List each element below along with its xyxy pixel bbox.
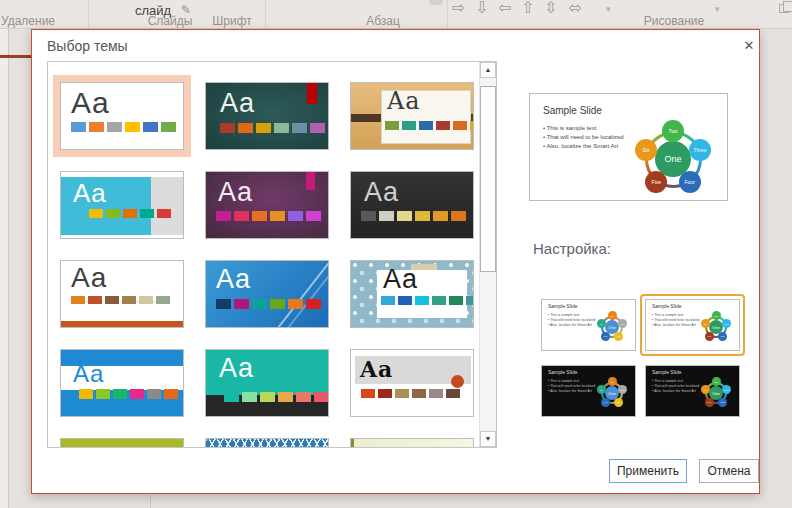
color-swatch	[234, 211, 249, 221]
left-block-arrow-icon[interactable]: ⇦	[498, 0, 511, 17]
theme-aa-sample-text: Aa	[220, 87, 255, 119]
color-swatch	[113, 389, 127, 399]
theme-thumbnail-white-orange[interactable]: Aa	[53, 253, 191, 335]
color-swatch	[397, 211, 412, 221]
ribbon-group-label-paragraph: Абзац	[338, 14, 428, 28]
scrollbar-thumb[interactable]	[480, 86, 496, 272]
theme-aa-sample-text: Aa	[364, 176, 399, 208]
color-swatch	[378, 389, 392, 398]
theme-color-swatches	[381, 296, 474, 314]
color-swatch	[432, 296, 446, 305]
smartart-node-two: Two	[712, 377, 721, 386]
chevron-down-icon[interactable]: ▾	[715, 4, 720, 14]
theme-color-swatches	[71, 122, 179, 140]
color-swatch	[161, 122, 176, 132]
theme-thumbnail-zigzag-partial[interactable]	[198, 431, 336, 448]
smartart-diagram: OneTwoThreeFourFiveSix	[595, 310, 629, 344]
ribbon: слайд ✎ УдалениеСлайдыШрифтАбзацРисовани…	[0, 0, 792, 29]
color-swatch	[96, 389, 110, 399]
left-right-block-arrow-icon[interactable]: ⇳	[565, 1, 583, 14]
theme-color-swatches	[361, 389, 463, 407]
color-swatch	[242, 392, 257, 402]
theme-color-swatches	[224, 392, 329, 410]
color-swatch	[216, 211, 231, 221]
variant-thumbnail-light-blue[interactable]: Sample Slide• This is sample text• That …	[541, 299, 636, 351]
right-block-arrow-icon[interactable]: ⇨	[452, 0, 465, 17]
smartart-node-two: Two	[608, 311, 617, 320]
theme-color-swatches	[385, 121, 474, 139]
variant-bullet: • Also, localize the Smart Art	[548, 323, 595, 328]
color-swatch	[143, 122, 158, 132]
color-swatch	[260, 392, 275, 402]
theme-thumbnail-image	[60, 438, 184, 448]
theme-thumbnail-dark-teal[interactable]: Aa	[198, 75, 336, 157]
theme-thumbnail-image: Aa	[60, 82, 184, 150]
color-swatch	[270, 211, 285, 221]
theme-thumbnail-newsprint[interactable]: Aa	[343, 342, 481, 424]
color-swatch	[306, 299, 321, 309]
color-swatch	[288, 211, 303, 221]
theme-thumbnail-image: Aa	[205, 82, 329, 150]
smartart-node-five: Five	[705, 398, 714, 407]
color-swatch	[105, 296, 119, 304]
theme-thumbnail-charcoal[interactable]: Aa	[343, 164, 481, 246]
up-block-arrow-icon[interactable]: ⇧	[521, 0, 534, 17]
color-swatch	[238, 123, 253, 133]
theme-color-swatches	[361, 211, 469, 229]
smartart-node-four: Four	[679, 171, 701, 193]
theme-thumbnail-image: Aa	[60, 260, 184, 328]
close-icon[interactable]: ✕	[738, 36, 760, 56]
color-swatch	[125, 122, 140, 132]
theme-thumbnail-blue-band[interactable]: Aa	[53, 342, 191, 424]
scroll-down-icon[interactable]: ▼	[480, 431, 496, 447]
ribbon-group-label-drawing: Рисование	[629, 14, 719, 28]
theme-color-swatches	[71, 296, 173, 314]
smartart-node-two: Two	[608, 377, 617, 386]
theme-thumbnail-floral-blue[interactable]: Aa	[343, 253, 481, 335]
theme-aa-sample-text: Aa	[360, 356, 393, 382]
smartart-diagram: OneTwoThreeFourFiveSix	[699, 376, 733, 410]
color-swatch	[89, 209, 103, 218]
smartart-node-six: Six	[597, 385, 606, 394]
arrange-icon[interactable]	[779, 4, 790, 13]
color-swatch	[123, 209, 137, 218]
theme-thumbnail-image: Aa	[205, 349, 329, 417]
theme-thumbnail-pale-partial[interactable]	[343, 431, 481, 448]
theme-thumbnail-image	[350, 438, 474, 448]
variant-thumbnail-dark-blue[interactable]: Sample Slide• This is sample text• That …	[541, 365, 636, 417]
color-swatch	[466, 296, 474, 305]
smartart-node-six: Six	[701, 385, 710, 394]
theme-aa-sample-text: Aa	[71, 261, 107, 295]
up-down-block-arrow-icon[interactable]: ⇳	[544, 0, 557, 17]
theme-aa-sample-text: Aa	[387, 87, 421, 116]
theme-thumbnail-purple[interactable]: Aa	[198, 164, 336, 246]
ribbon-divider	[447, 0, 448, 28]
smartart-node-five: Five	[601, 398, 610, 407]
theme-aa-sample-text: Aa	[73, 178, 107, 209]
theme-thumbnail-blue-slice[interactable]: Aa	[198, 253, 336, 335]
variant-thumbnail-dark-green[interactable]: Sample Slide• This is sample text• That …	[645, 365, 740, 417]
color-swatch	[446, 389, 460, 398]
variant-selection-highlight	[640, 294, 745, 356]
theme-chooser-dialog: Выбор темы ✕ AaAaAaAaAaAaAaAaAaAaAaAa ▲ …	[31, 29, 760, 494]
theme-thumbnail-wood[interactable]: Aa	[343, 75, 481, 157]
apply-button[interactable]: Применить	[609, 459, 687, 483]
color-swatch	[288, 299, 303, 309]
cancel-button[interactable]: Отмена	[699, 459, 759, 483]
theme-gallery-list: AaAaAaAaAaAaAaAaAaAaAaAa ▲ ▼	[47, 61, 497, 448]
down-block-arrow-icon[interactable]: ⇩	[475, 0, 488, 17]
smartart-node-three: Three	[618, 385, 627, 394]
theme-thumbnail-office[interactable]: Aa	[53, 75, 191, 157]
color-swatch	[107, 122, 122, 132]
theme-thumbnail-teal-black[interactable]: Aa	[198, 342, 336, 424]
theme-thumbnail-olive-partial[interactable]	[53, 431, 191, 448]
chevron-down-icon[interactable]: ▾	[606, 4, 611, 14]
scroll-up-icon[interactable]: ▲	[480, 62, 496, 78]
theme-thumbnail-cyan-gray[interactable]: Aa	[53, 164, 191, 246]
color-swatch	[157, 209, 171, 218]
dialog-title: Выбор темы	[47, 38, 128, 54]
color-swatch	[314, 392, 329, 402]
theme-preview-slide: Sample Slide • This is sample text• That…	[529, 93, 728, 201]
theme-aa-sample-text: Aa	[71, 85, 110, 121]
scrollbar-track[interactable]: ▲ ▼	[479, 62, 496, 447]
